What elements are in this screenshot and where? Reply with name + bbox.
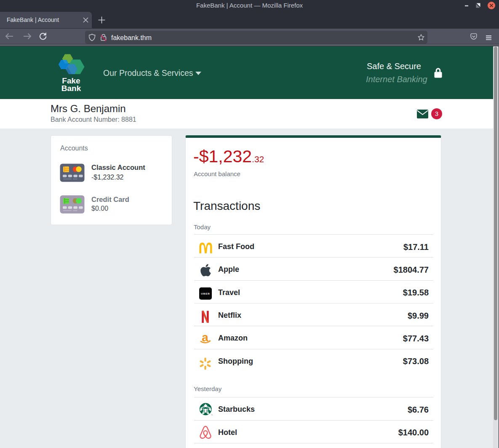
svg-text:TM: TM [211,414,213,416]
svg-text:UBER: UBER [201,292,210,295]
